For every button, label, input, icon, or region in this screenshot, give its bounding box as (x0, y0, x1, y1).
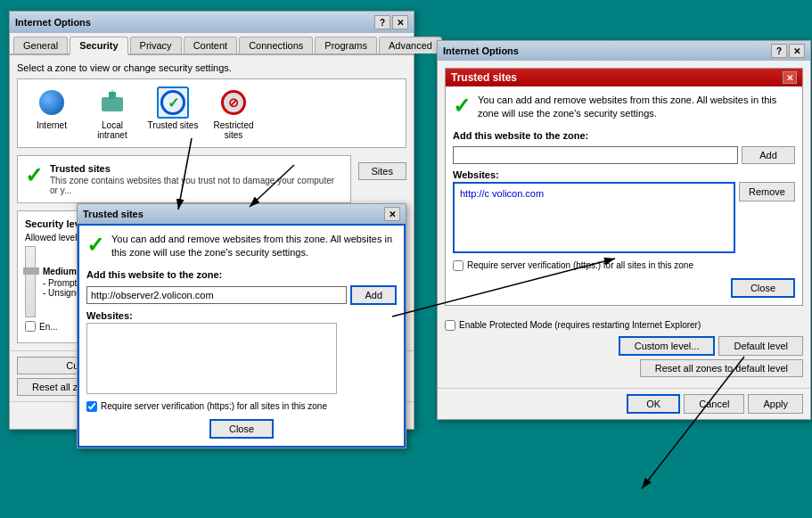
slider-track[interactable] (25, 246, 36, 317)
large-require-https-label: Require server verification (https:) for… (467, 260, 693, 270)
slider-thumb (23, 267, 39, 275)
right-footer-buttons: OK Cancel Apply (438, 388, 810, 419)
large-websites-row: http://c volicon.com Remove (453, 182, 795, 253)
large-https-row: Require server verification (https:) for… (453, 260, 795, 271)
main-close-button[interactable]: ✕ (392, 15, 408, 29)
small-close-btn-row: Close (86, 419, 397, 439)
large-close-button[interactable]: Close (731, 278, 795, 298)
small-add-input[interactable] (86, 286, 347, 304)
right-protected-mode-checkbox[interactable] (445, 320, 455, 331)
intranet-svg-icon (100, 90, 125, 115)
trusted-sites-small-dialog: Trusted sites ✕ ✓ You can add and remove… (77, 203, 406, 448)
small-require-https-label: Require server verification (https:) for… (101, 401, 327, 411)
small-input-row: Add (86, 285, 397, 305)
main-title: Internet Options (15, 17, 91, 28)
tab-programs[interactable]: Programs (315, 37, 377, 53)
globe-icon (39, 90, 64, 115)
zone-restricted-sites[interactable]: ⊘ Restricted sites (207, 86, 260, 140)
small-green-check-icon: ✓ (86, 233, 104, 260)
right-protected-mode-row: Enable Protected Mode (requires restarti… (445, 320, 803, 331)
large-add-label: Add this website to the zone: (453, 130, 795, 141)
restricted-no-icon: ⊘ (228, 95, 239, 110)
right-default-level-button[interactable]: Default level (718, 336, 803, 356)
large-dialog-desc: You can add and remove websites from thi… (478, 94, 795, 121)
zone-info-check-icon: ✓ (25, 163, 43, 188)
large-dialog-help[interactable]: ? (771, 44, 787, 58)
large-add-button[interactable]: Add (742, 146, 795, 164)
right-custom-level-button[interactable]: Custom level... (619, 336, 716, 356)
large-trusted-header: Trusted sites ✕ (446, 69, 802, 86)
large-require-https-checkbox[interactable] (453, 260, 463, 271)
zones-label: Select a zone to view or change security… (17, 62, 406, 73)
zone-trusted-label: Trusted sites (148, 120, 199, 130)
large-desc-row: ✓ You can add and remove websites from t… (453, 94, 795, 121)
small-close-button[interactable]: Close (209, 419, 274, 439)
zone-intranet-label: Local intranet (86, 120, 139, 140)
tab-connections[interactable]: Connections (239, 37, 313, 53)
trusted-check-icon: ✓ (168, 95, 179, 111)
trusted-sites-large-dialog: Internet Options ? ✕ Trusted sites ✕ ✓ Y… (437, 40, 811, 420)
protected-mode-label: En... (39, 322, 58, 332)
right-reset-row: Reset all zones to default level (445, 359, 803, 377)
zone-trusted-icon: ✓ (157, 86, 189, 119)
website-item-1: http://c volicon.com (458, 187, 730, 200)
small-dialog-title: Trusted sites (83, 209, 144, 219)
right-apply-button[interactable]: Apply (748, 394, 803, 414)
protected-mode-checkbox[interactable] (25, 321, 36, 332)
small-add-button[interactable]: Add (350, 285, 397, 305)
large-dialog-titlebar-buttons: ? ✕ (771, 44, 805, 58)
large-dialog-title: Internet Options (443, 45, 519, 56)
right-options-bottom: Enable Protected Mode (requires restarti… (445, 313, 803, 381)
svg-rect-0 (102, 97, 123, 111)
large-trusted-title: Trusted sites (451, 71, 517, 84)
right-cancel-button[interactable]: Cancel (684, 394, 744, 414)
right-protected-mode-label: Enable Protected Mode (requires restarti… (459, 320, 701, 330)
large-dialog-outer: Trusted sites ✕ ✓ You can add and remove… (438, 61, 810, 388)
tab-content[interactable]: Content (184, 37, 238, 53)
zones-container: Internet Local intranet ✓ (17, 78, 406, 148)
zone-info-title: Trusted sites (50, 163, 343, 174)
large-remove-button[interactable]: Remove (739, 182, 795, 201)
large-green-check-icon: ✓ (453, 94, 471, 121)
trusted-circle-icon: ✓ (160, 90, 185, 115)
small-dialog-titlebar-buttons: ✕ (384, 207, 400, 221)
zone-intranet-icon (96, 86, 128, 119)
small-websites-label: Websites: (86, 310, 397, 321)
small-dialog-content: ✓ You can add and remove websites from t… (78, 224, 406, 448)
right-reset-all-button[interactable]: Reset all zones to default level (640, 359, 803, 377)
large-websites-list: http://c volicon.com (453, 182, 735, 253)
large-trusted-panel: Trusted sites ✕ ✓ You can add and remove… (445, 68, 803, 306)
small-dialog-titlebar: Trusted sites ✕ (78, 204, 406, 224)
small-desc-row: ✓ You can add and remove websites from t… (86, 233, 397, 260)
zone-local-intranet[interactable]: Local intranet (86, 86, 139, 140)
tab-privacy[interactable]: Privacy (130, 37, 182, 53)
large-trusted-content: ✓ You can add and remove websites from t… (446, 86, 802, 305)
large-websites-label: Websites: (453, 169, 795, 180)
large-trusted-close-x[interactable]: ✕ (783, 71, 797, 84)
large-dialog-titlebar: Internet Options ? ✕ (438, 41, 810, 61)
zone-trusted-sites[interactable]: ✓ Trusted sites (146, 86, 200, 140)
restricted-circle-icon: ⊘ (221, 90, 246, 115)
tab-advanced[interactable]: Advanced (379, 37, 442, 53)
zone-internet-label: Internet (37, 120, 67, 130)
zone-internet[interactable]: Internet (25, 86, 78, 140)
tab-security[interactable]: Security (70, 37, 127, 55)
main-titlebar: Internet Options ? ✕ (10, 12, 414, 33)
tab-general[interactable]: General (13, 37, 68, 53)
right-level-buttons: Custom level... Default level (445, 336, 803, 356)
large-dialog-close-x[interactable]: ✕ (789, 44, 805, 58)
large-close-btn-row: Close (453, 278, 795, 298)
small-websites-list (86, 323, 337, 394)
small-websites-row: Remove (86, 323, 397, 394)
main-help-button[interactable]: ? (374, 15, 390, 29)
zone-info-text: Trusted sites This zone contains website… (50, 163, 343, 195)
right-ok-button[interactable]: OK (627, 394, 680, 414)
tab-bar: General Security Privacy Content Connect… (10, 33, 414, 55)
small-dialog-close-x[interactable]: ✕ (384, 207, 400, 221)
zone-info-desc: This zone contains websites that you tru… (50, 176, 343, 195)
large-add-input[interactable] (453, 146, 738, 164)
sites-button[interactable]: Sites (358, 162, 406, 180)
large-input-row: Add (453, 146, 795, 164)
small-require-https-checkbox[interactable] (86, 401, 97, 412)
small-add-label: Add this website to the zone: (86, 269, 397, 280)
